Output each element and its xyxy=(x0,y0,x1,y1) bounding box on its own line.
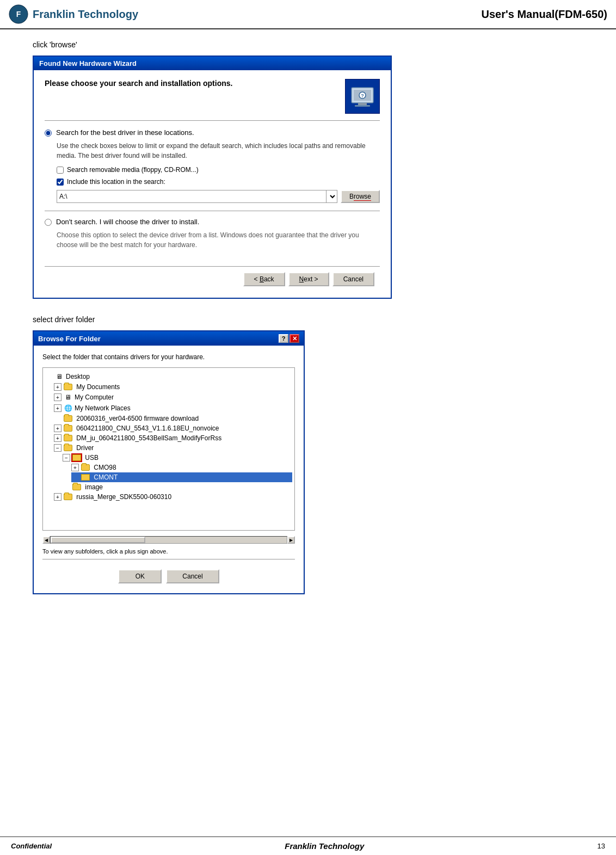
browse-hint: To view any subfolders, click a plus sig… xyxy=(42,548,295,559)
tree-item-cmo98[interactable]: + CMO98 xyxy=(71,463,292,472)
radio-dont-search[interactable] xyxy=(45,219,52,226)
folder-icon-cmont xyxy=(81,474,90,481)
browse-title: Browse For Folder xyxy=(38,335,101,343)
footer-page-number: 13 xyxy=(597,842,605,850)
wizard-titlebar: Found New Hardware Wizard xyxy=(34,57,391,70)
checkbox-location-row: Include this location in the search: xyxy=(57,178,380,186)
hardware-wizard-icon: ? xyxy=(349,83,375,109)
instruction-1: click 'browse' xyxy=(33,40,583,49)
tree-item-dm-ju[interactable]: + DM_ju_0604211800_5543BellSam_ModifyFor… xyxy=(54,433,292,443)
browse-cancel-button[interactable]: Cancel xyxy=(166,569,219,583)
page-footer: Confidential Franklin Technology 13 xyxy=(0,836,616,855)
radio-dont-search-label: Don't search. I will choose the driver t… xyxy=(56,218,199,226)
wizard-body: Please choose your search and installati… xyxy=(34,70,391,298)
scrollbar-track[interactable] xyxy=(50,536,287,544)
my-computer-icon: 🖥 xyxy=(64,393,72,402)
tree-item-my-documents[interactable]: + My Documents xyxy=(54,382,292,392)
browse-instruction: Select the folder that contains drivers … xyxy=(42,353,295,361)
folder-icon-cmo98 xyxy=(81,464,90,471)
svg-rect-5 xyxy=(355,105,370,107)
browse-body: Select the folder that contains drivers … xyxy=(34,346,304,593)
logo: F Franklin Technology xyxy=(9,4,138,24)
folder-icon-driver xyxy=(64,445,72,451)
scrollbar: ◀ ▶ xyxy=(42,536,295,544)
expand-driver[interactable]: − xyxy=(54,444,61,452)
page-title: User's Manual(FDM-650) xyxy=(482,8,607,21)
network-icon: 🌐 xyxy=(64,404,72,413)
expand-cnu[interactable]: + xyxy=(54,425,61,432)
next-button[interactable]: Next > xyxy=(288,272,329,286)
browse-btn-text: Browse xyxy=(349,193,371,201)
cancel-button[interactable]: Cancel xyxy=(332,272,374,286)
checkbox-removable-row: Search removable media (floppy, CD-ROM..… xyxy=(57,166,380,174)
wizard-title: Found New Hardware Wizard xyxy=(39,59,137,67)
radio-search-best-label: Search for the best driver in these loca… xyxy=(56,128,194,137)
checkbox-removable-label: Search removable media (floppy, CD-ROM..… xyxy=(67,166,199,174)
scroll-left[interactable]: ◀ xyxy=(42,536,50,544)
tree-item-my-network[interactable]: + 🌐 My Network Places xyxy=(54,403,292,414)
page-header: F Franklin Technology User's Manual(FDM-… xyxy=(0,0,616,29)
scroll-right[interactable]: ▶ xyxy=(287,536,295,544)
tree-item-russia[interactable]: + russia_Merge_SDK5500-060310 xyxy=(54,492,292,502)
folder-tree: 🖥 Desktop + My Documents + 🖥 My Computer xyxy=(42,367,295,531)
close-button[interactable]: ✕ xyxy=(289,334,299,343)
svg-rect-4 xyxy=(358,103,367,105)
folder-icon-firmware xyxy=(64,415,72,422)
path-row: A:\ Browse xyxy=(57,190,380,203)
tree-item-my-computer[interactable]: + 🖥 My Computer xyxy=(54,392,292,403)
path-dropdown[interactable]: A:\ xyxy=(326,190,337,202)
tree-item-usb[interactable]: − USB xyxy=(63,453,292,463)
radio-option-1: Search for the best driver in these loca… xyxy=(45,128,380,137)
logo-text: Franklin Technology xyxy=(33,8,138,21)
radio1-subtext: Use the check boxes below to limit or ex… xyxy=(57,141,380,161)
wizard-header: Please choose your search and installati… xyxy=(45,79,380,121)
browse-titlebar: Browse For Folder ? ✕ xyxy=(34,331,304,346)
wizard-icon: ? xyxy=(345,79,380,114)
tree-item-cmont[interactable]: CMONT xyxy=(71,472,292,482)
help-button[interactable]: ? xyxy=(279,334,288,343)
footer-company: Franklin Technology xyxy=(285,841,364,851)
path-input[interactable] xyxy=(57,192,326,201)
expand-usb[interactable]: − xyxy=(63,454,70,462)
path-input-wrapper: A:\ xyxy=(57,190,337,203)
cancel-btn-text: Cancel xyxy=(343,275,364,283)
expand-cmo98[interactable]: + xyxy=(71,464,79,471)
folder-icon-cnu xyxy=(64,425,72,432)
folder-icon-russia xyxy=(64,494,72,500)
folder-icon-image xyxy=(72,484,81,490)
browse-dialog: Browse For Folder ? ✕ Select the folder … xyxy=(33,330,305,594)
instruction-2: select driver folder xyxy=(33,315,583,324)
tree-item-desktop[interactable]: 🖥 Desktop xyxy=(45,371,292,382)
franklin-logo-icon: F xyxy=(9,4,28,24)
folder-icon-dm-ju xyxy=(64,435,72,441)
radio-option-2: Don't search. I will choose the driver t… xyxy=(45,218,380,226)
wizard-footer: < Back Next > Cancel xyxy=(45,266,380,289)
titlebar-buttons: ? ✕ xyxy=(279,334,299,343)
expand-russia[interactable]: + xyxy=(54,493,61,501)
wizard-header-text: Please choose your search and installati… xyxy=(45,79,232,88)
folder-icon-usb xyxy=(72,454,81,461)
radio2-subtext: Choose this option to select the device … xyxy=(57,230,380,250)
folder-icon-my-documents xyxy=(64,384,72,390)
expand-my-computer[interactable]: + xyxy=(54,393,61,401)
desktop-icon: 🖥 xyxy=(55,372,64,381)
tree-item-firmware[interactable]: 20060316_ver04-6500 firmware download xyxy=(54,414,292,423)
checkbox-removable[interactable] xyxy=(57,167,64,174)
radio-search-best[interactable] xyxy=(45,130,52,137)
expand-my-network[interactable]: + xyxy=(54,404,61,412)
back-button[interactable]: < Back xyxy=(243,272,285,286)
tree-item-cnu[interactable]: + 0604211800_CNU_5543_V1.1.6.18EU_nonvoi… xyxy=(54,423,292,433)
page-content: click 'browse' Found New Hardware Wizard… xyxy=(0,29,616,627)
svg-text:?: ? xyxy=(361,93,364,99)
footer-confidential: Confidential xyxy=(11,842,52,850)
svg-text:F: F xyxy=(16,10,21,19)
tree-item-image[interactable]: image xyxy=(63,482,292,492)
checkbox-location[interactable] xyxy=(57,179,64,186)
checkbox-location-label: Include this location in the search: xyxy=(67,178,165,186)
expand-dm-ju[interactable]: + xyxy=(54,434,61,442)
browse-button[interactable]: Browse xyxy=(341,190,380,203)
expand-my-documents[interactable]: + xyxy=(54,383,61,391)
browse-ok-button[interactable]: OK xyxy=(118,569,162,583)
tree-item-driver[interactable]: − Driver xyxy=(54,443,292,453)
scrollbar-thumb[interactable] xyxy=(51,537,145,543)
